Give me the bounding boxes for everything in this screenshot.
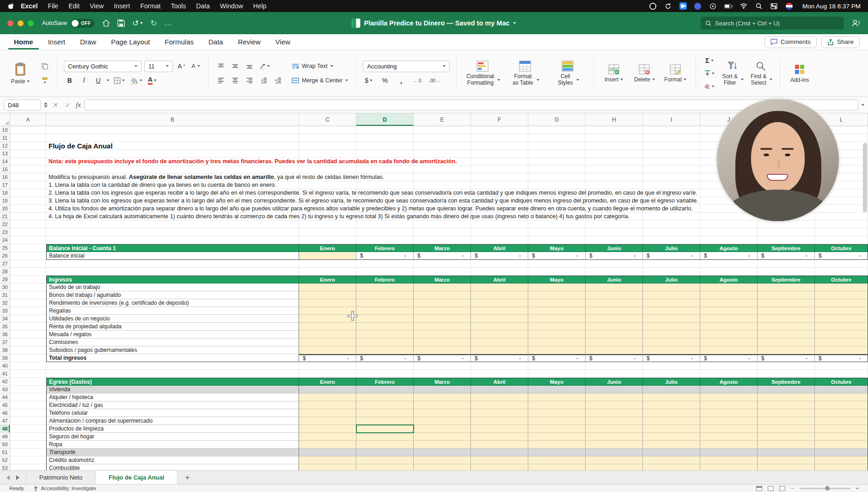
grid-cell[interactable] <box>10 252 46 260</box>
underline-button[interactable]: U <box>92 75 104 86</box>
grid-cell[interactable] <box>528 268 586 276</box>
sort-filter-button[interactable]: Sort & Filter <box>720 61 745 86</box>
row-header[interactable]: 41 <box>0 370 10 378</box>
page-break-view-icon[interactable] <box>779 486 785 491</box>
grid-cell[interactable] <box>10 456 46 464</box>
input-cell-yellow[interactable] <box>700 323 758 331</box>
input-cell-yellow[interactable] <box>299 283 356 291</box>
grid-cell[interactable] <box>46 228 299 236</box>
zoom-app-icon[interactable] <box>679 2 687 10</box>
input-cell-yellow[interactable] <box>471 291 528 299</box>
input-cell-yellow[interactable] <box>356 291 414 299</box>
grid-cell[interactable] <box>299 236 356 244</box>
cancel-entry-icon[interactable]: ✕ <box>51 101 60 109</box>
sheet-tab-flujo-de-caja-anual[interactable]: Flujo de Caja Anual <box>96 471 177 484</box>
grid-cell[interactable] <box>10 181 46 189</box>
grid-cell[interactable] <box>586 221 643 228</box>
column-header[interactable]: E <box>414 113 471 126</box>
input-cell-yellow[interactable] <box>471 323 528 331</box>
row-label-cell[interactable]: Crédito automotriz <box>46 456 299 464</box>
control-center-icon[interactable] <box>770 2 778 10</box>
grid-cell[interactable] <box>10 197 46 205</box>
window-controls[interactable] <box>7 20 34 26</box>
month-header-cell[interactable]: Abril <box>471 276 528 283</box>
grid-cell[interactable]: Flujo de Caja Anual <box>46 142 299 150</box>
input-cell-yellow[interactable] <box>643 464 700 470</box>
category-cell[interactable] <box>414 386 471 394</box>
row-header[interactable]: 25 <box>0 244 10 252</box>
input-cell-yellow[interactable] <box>414 338 471 346</box>
language-flag-icon[interactable] <box>785 2 794 10</box>
normal-view-icon[interactable] <box>756 486 762 491</box>
input-cell-yellow[interactable] <box>758 441 815 449</box>
input-cell-yellow[interactable] <box>528 338 586 346</box>
grid-cell[interactable] <box>10 291 46 299</box>
row-header[interactable]: 21 <box>0 213 10 221</box>
grid-cell[interactable] <box>10 276 46 283</box>
category-cell[interactable] <box>815 386 868 394</box>
zoom-slider-knob[interactable] <box>825 486 830 491</box>
input-cell-yellow[interactable] <box>815 464 868 470</box>
month-header-cell[interactable]: Octubre <box>815 276 868 283</box>
row-header[interactable]: 15 <box>0 166 10 173</box>
grid-cell[interactable] <box>471 268 528 276</box>
column-header[interactable]: G <box>528 113 586 126</box>
name-box-stepper[interactable] <box>44 102 48 108</box>
grid-cell[interactable] <box>758 221 815 228</box>
grid-cell[interactable] <box>643 228 700 236</box>
grid-cell[interactable] <box>10 299 46 307</box>
tab-review[interactable]: Review <box>232 34 266 49</box>
grid-cell[interactable] <box>299 150 356 158</box>
grid-cell[interactable] <box>643 260 700 268</box>
grid-cell[interactable] <box>299 260 356 268</box>
input-cell-yellow[interactable] <box>356 283 414 291</box>
grid-cell[interactable] <box>299 166 356 173</box>
total-money-cell[interactable]: $- <box>643 354 700 362</box>
input-cell-yellow[interactable] <box>299 417 356 425</box>
category-cell[interactable] <box>643 386 700 394</box>
input-cell-yellow[interactable] <box>356 323 414 331</box>
row-header[interactable]: 50 <box>0 441 10 449</box>
row-label-cell[interactable]: Regalías <box>46 307 299 315</box>
input-cell-yellow[interactable] <box>586 464 643 470</box>
input-cell-yellow[interactable] <box>299 394 356 401</box>
input-cell-yellow[interactable] <box>299 425 356 433</box>
input-cell-yellow[interactable] <box>758 323 815 331</box>
grid-cell[interactable] <box>10 425 46 433</box>
grid-cell[interactable] <box>700 268 758 276</box>
category-cell[interactable] <box>528 449 586 456</box>
grid-cell[interactable] <box>46 166 299 173</box>
grid-cell[interactable] <box>643 173 700 181</box>
home-icon[interactable] <box>102 19 110 27</box>
input-cell-yellow[interactable] <box>643 283 700 291</box>
month-header-cell[interactable]: Septiembre <box>758 276 815 283</box>
grid-cell[interactable] <box>586 158 643 166</box>
menubar-item-edit[interactable]: Edit <box>63 2 85 10</box>
redo-icon[interactable]: ↻ <box>150 18 157 28</box>
grid-cell[interactable] <box>528 228 586 236</box>
grid-cell[interactable] <box>10 268 46 276</box>
month-header-cell[interactable]: Octubre <box>815 244 868 252</box>
table-header-cell[interactable]: Ingresos <box>46 276 299 283</box>
grid-cell[interactable] <box>10 134 46 142</box>
grid-cell[interactable] <box>471 166 528 173</box>
conditional-formatting-button[interactable]: Conditional Formatting <box>463 61 502 86</box>
money-cell[interactable]: $- <box>700 252 758 260</box>
input-cell-yellow[interactable] <box>414 401 471 409</box>
input-cell-yellow[interactable] <box>586 401 643 409</box>
grid-cell[interactable] <box>10 401 46 409</box>
play-icon[interactable] <box>709 2 717 10</box>
grid-cell[interactable] <box>10 205 46 213</box>
month-header-cell[interactable]: Septiembre <box>758 378 815 386</box>
grid-cell[interactable]: 1. Llena la tabla con la cantidad de din… <box>46 181 299 189</box>
row-header[interactable]: 49 <box>0 433 10 441</box>
row-label-cell[interactable]: Teléfono celular <box>46 409 299 417</box>
grid-cell[interactable] <box>414 236 471 244</box>
input-cell-yellow[interactable] <box>586 346 643 354</box>
input-cell-yellow[interactable] <box>586 417 643 425</box>
grid-cell[interactable] <box>528 362 586 370</box>
grid-cell[interactable] <box>815 213 868 221</box>
row-header[interactable]: 16 <box>0 173 10 181</box>
row-label-cell[interactable]: Transporte <box>46 449 299 456</box>
input-cell-yellow[interactable] <box>815 323 868 331</box>
